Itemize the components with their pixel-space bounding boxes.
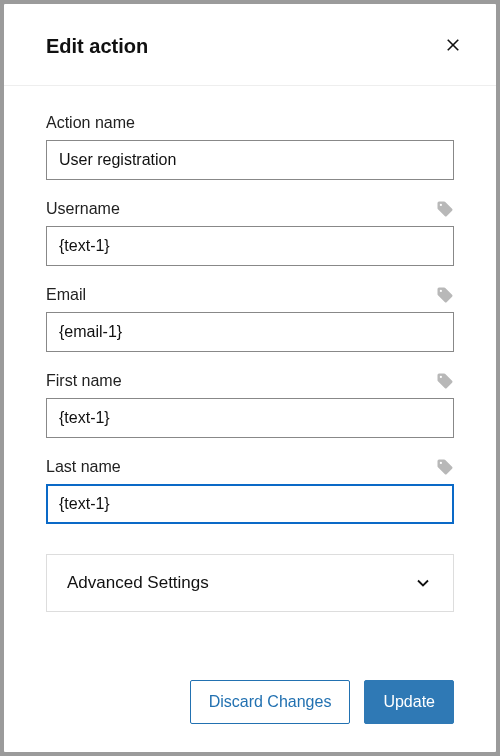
tag-icon[interactable] (436, 458, 454, 476)
modal-body: Action name Username Email (4, 86, 496, 660)
tag-icon[interactable] (436, 200, 454, 218)
email-input[interactable] (46, 312, 454, 352)
last-name-input[interactable] (46, 484, 454, 524)
email-label: Email (46, 286, 86, 304)
modal-header: Edit action (4, 4, 496, 86)
username-input[interactable] (46, 226, 454, 266)
last-name-label: Last name (46, 458, 121, 476)
close-button[interactable] (440, 32, 466, 61)
field-action-name: Action name (46, 114, 454, 180)
advanced-settings-label: Advanced Settings (67, 573, 209, 593)
modal-title: Edit action (46, 35, 148, 58)
username-label: Username (46, 200, 120, 218)
action-name-label: Action name (46, 114, 135, 132)
field-username: Username (46, 200, 454, 266)
chevron-down-icon (413, 573, 433, 593)
action-name-input[interactable] (46, 140, 454, 180)
advanced-settings-panel: Advanced Settings (46, 554, 454, 612)
field-last-name: Last name (46, 458, 454, 524)
modal-footer: Discard Changes Update (4, 660, 496, 752)
field-email: Email (46, 286, 454, 352)
first-name-input[interactable] (46, 398, 454, 438)
discard-changes-button[interactable]: Discard Changes (190, 680, 351, 724)
field-first-name: First name (46, 372, 454, 438)
first-name-label: First name (46, 372, 122, 390)
tag-icon[interactable] (436, 286, 454, 304)
close-icon (444, 36, 462, 57)
tag-icon[interactable] (436, 372, 454, 390)
advanced-settings-toggle[interactable]: Advanced Settings (47, 555, 453, 611)
edit-action-modal: Edit action Action name Username (4, 4, 496, 752)
update-button[interactable]: Update (364, 680, 454, 724)
